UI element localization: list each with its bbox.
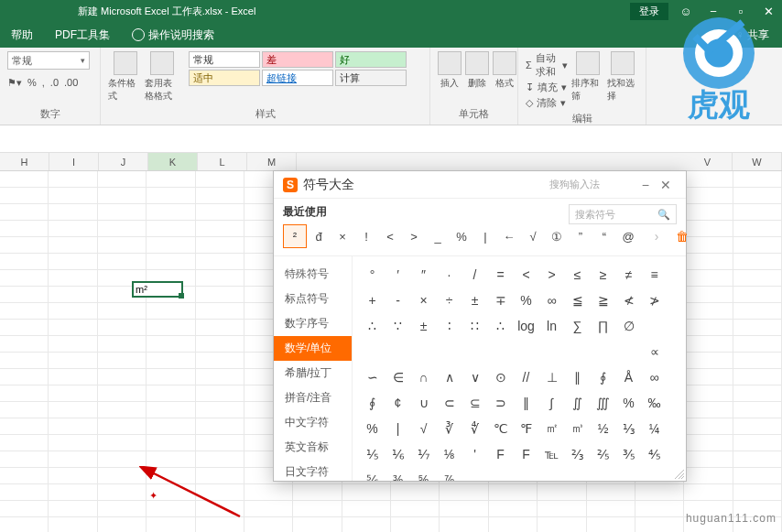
symbol-cell[interactable]: ⅛	[437, 441, 462, 466]
cell[interactable]	[391, 484, 440, 501]
symbol-cell[interactable]: ≤	[565, 262, 590, 287]
cell[interactable]	[684, 270, 733, 287]
cell[interactable]	[98, 468, 147, 484]
delete-cells-button[interactable]: 删除	[465, 51, 489, 90]
cell[interactable]	[98, 171, 147, 188]
fill-handle[interactable]	[179, 293, 184, 299]
menu-help[interactable]: 帮助	[0, 22, 44, 48]
cell[interactable]	[147, 221, 195, 237]
window-restore-button[interactable]: ▫	[727, 0, 755, 22]
cell[interactable]	[49, 468, 97, 484]
cell[interactable]	[147, 303, 195, 320]
cell[interactable]	[0, 418, 49, 435]
recent-symbol[interactable]: <	[378, 224, 402, 248]
symbol-cell[interactable]: ⅐	[411, 441, 436, 466]
symbol-cell[interactable]: ∑	[565, 313, 590, 338]
symbol-cell[interactable]	[642, 313, 667, 338]
cell[interactable]	[0, 517, 49, 532]
cell[interactable]	[733, 188, 782, 204]
cell[interactable]	[0, 435, 49, 451]
col-H[interactable]: H	[0, 153, 49, 170]
cell[interactable]	[49, 369, 97, 385]
cell[interactable]	[49, 188, 97, 204]
cell[interactable]	[635, 517, 684, 532]
cell[interactable]	[0, 171, 49, 188]
cell[interactable]	[733, 254, 782, 270]
cell[interactable]	[684, 287, 733, 303]
cell[interactable]	[147, 369, 195, 385]
cell[interactable]	[49, 517, 97, 532]
symbol-cell[interactable]	[616, 339, 641, 364]
symbol-cell[interactable]: ∨	[462, 364, 487, 389]
symbol-cell[interactable]: ⅔	[565, 441, 590, 466]
cell[interactable]	[684, 254, 733, 270]
cell[interactable]	[49, 385, 97, 402]
cell[interactable]	[98, 517, 147, 532]
symbol-cell[interactable]: F	[488, 441, 513, 466]
currency-button[interactable]: ⚑▾	[7, 77, 22, 89]
conditional-formatting-button[interactable]: 条件格式	[108, 51, 143, 103]
cell[interactable]	[196, 451, 244, 468]
style-neutral[interactable]: 适中	[189, 70, 260, 86]
symbol-cell[interactable]: =	[488, 262, 513, 287]
cell[interactable]	[684, 303, 733, 320]
cell[interactable]	[98, 451, 147, 468]
cell[interactable]	[196, 204, 244, 221]
cell[interactable]	[147, 171, 195, 188]
symbol-cell[interactable]	[462, 339, 487, 364]
dialog-min-button[interactable]: −	[636, 178, 655, 192]
cell[interactable]	[49, 418, 97, 435]
dialog-titlebar[interactable]: S 符号大全 搜狗输入法 − ✕	[274, 171, 686, 199]
symbol-cell[interactable]: %	[616, 390, 641, 415]
recent-symbol[interactable]: ²	[283, 224, 307, 248]
symbol-cell[interactable]: ≠	[616, 262, 641, 287]
cell[interactable]	[147, 204, 195, 221]
symbol-cell[interactable]: ∩	[411, 364, 436, 389]
percent-button[interactable]: %	[27, 77, 37, 89]
cell[interactable]	[196, 287, 244, 303]
col-V[interactable]: V	[683, 153, 733, 170]
symbol-cell[interactable]: ∶	[437, 313, 462, 338]
recent-symbol[interactable]: ”	[569, 224, 592, 248]
cell[interactable]	[733, 336, 782, 353]
symbol-cell[interactable]: ≥	[591, 262, 615, 287]
symbol-cell[interactable]: ⅕	[360, 441, 385, 466]
cell[interactable]	[98, 303, 147, 320]
symbol-cell[interactable]: >	[539, 262, 564, 287]
symbol-cell[interactable]: -	[386, 288, 410, 312]
cell[interactable]	[684, 171, 733, 188]
cell[interactable]	[49, 501, 97, 517]
cell[interactable]	[733, 221, 782, 237]
cell[interactable]	[342, 501, 391, 517]
category-item[interactable]: 数学/单位	[274, 336, 352, 361]
symbol-cell[interactable]: ⊥	[539, 364, 564, 389]
symbol-cell[interactable]: ≧	[591, 288, 615, 312]
symbol-cell[interactable]: ∴	[488, 313, 513, 338]
symbol-cell[interactable]: ∭	[591, 390, 615, 415]
cell[interactable]	[0, 385, 49, 402]
cell[interactable]	[342, 517, 391, 532]
cell[interactable]	[244, 517, 293, 532]
cell[interactable]	[147, 336, 195, 353]
cell[interactable]	[147, 385, 195, 402]
cell[interactable]	[49, 270, 97, 287]
cell[interactable]	[196, 353, 244, 369]
col-W[interactable]: W	[733, 153, 782, 170]
cell[interactable]	[733, 451, 782, 468]
sort-filter-button[interactable]: 排序和筛	[571, 51, 603, 103]
formula-bar[interactable]	[0, 125, 782, 153]
symbol-cell[interactable]: ⊃	[488, 390, 513, 415]
cell[interactable]	[440, 484, 488, 501]
cell[interactable]	[733, 171, 782, 188]
category-item[interactable]: 特殊符号	[274, 262, 352, 287]
cell[interactable]	[147, 237, 195, 254]
cell[interactable]	[733, 204, 782, 221]
cell[interactable]	[196, 336, 244, 353]
cell[interactable]	[98, 369, 147, 385]
symbol-cell[interactable]: F	[514, 441, 538, 466]
symbol-cell[interactable]	[539, 339, 564, 364]
cell[interactable]	[587, 484, 635, 501]
cell[interactable]	[196, 468, 244, 484]
cell[interactable]	[293, 517, 342, 532]
symbol-search-input[interactable]: 搜索符号 🔍	[569, 204, 677, 224]
